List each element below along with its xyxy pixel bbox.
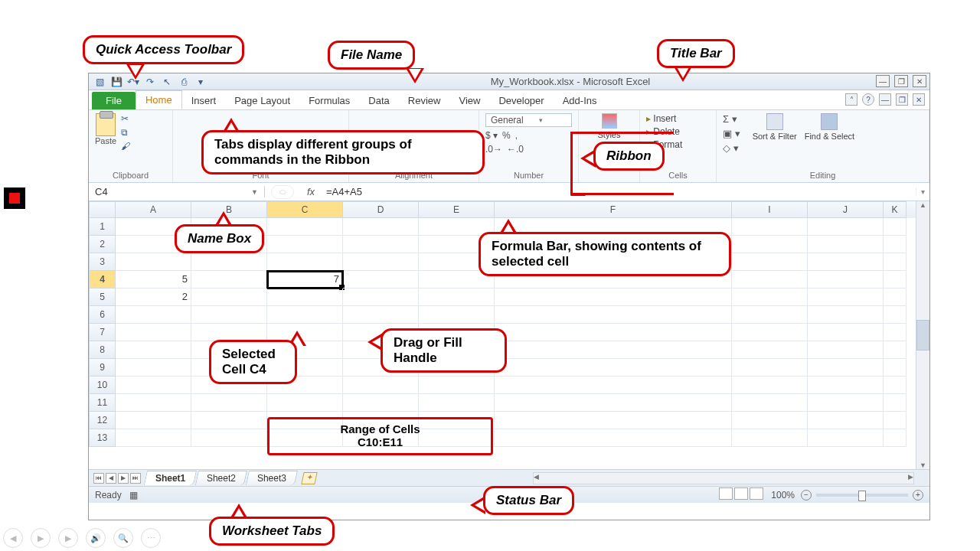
col-I[interactable]: I [732, 201, 808, 218]
more-icon[interactable]: ⋯ [141, 528, 161, 548]
decrease-decimal-icon[interactable]: ←.0 [507, 144, 524, 155]
row-5[interactable]: 5 [89, 289, 116, 306]
find-select-button[interactable]: Find & Select [805, 113, 854, 154]
row-10[interactable]: 10 [89, 377, 116, 394]
sheet-tab-3[interactable]: Sheet3 [246, 471, 298, 485]
increase-decimal-icon[interactable]: .0→ [485, 144, 502, 155]
sheet-nav-first[interactable]: ⏮ [93, 473, 104, 484]
col-D[interactable]: D [343, 201, 419, 218]
print-icon[interactable]: ⎙ [178, 76, 190, 88]
zoom-slider[interactable]: − + [801, 490, 923, 500]
col-C[interactable]: C [267, 201, 343, 218]
view-buttons[interactable] [719, 487, 765, 502]
volume-icon[interactable]: 🔊 [86, 528, 106, 548]
doc-restore-icon[interactable]: ❐ [896, 93, 908, 106]
minimize-button[interactable]: — [876, 75, 890, 87]
tab-review[interactable]: Review [399, 92, 450, 109]
col-F[interactable]: F [495, 201, 732, 218]
row-4[interactable]: 4 [89, 271, 116, 289]
callout-fill: Drag or Fill Handle [381, 328, 507, 373]
new-sheet-icon[interactable]: ✦ [302, 472, 318, 484]
name-box[interactable]: C4 ▼ [89, 186, 265, 197]
window-title: My_Workbook.xlsx - Microsoft Excel [211, 76, 929, 87]
sheet-tab-1[interactable]: Sheet1 [144, 471, 197, 485]
tab-developer[interactable]: Developer [489, 92, 553, 109]
tab-home[interactable]: Home [136, 90, 182, 109]
macro-icon[interactable]: ▦ [129, 490, 138, 500]
cut-icon[interactable]: ✂ [121, 113, 130, 124]
vertical-scrollbar[interactable]: ▲▼ [916, 201, 929, 469]
row-12[interactable]: 12 [89, 412, 116, 429]
tab-file[interactable]: File [92, 92, 136, 109]
help-icon[interactable]: ? [862, 93, 874, 106]
doc-close-icon[interactable]: ✕ [913, 93, 925, 106]
callout-wstabs: Worksheet Tabs [209, 517, 335, 546]
sheet-nav-prev[interactable]: ◀ [106, 473, 116, 484]
close-button[interactable]: ✕ [913, 75, 926, 87]
select-all-corner[interactable] [89, 201, 116, 218]
maximize-button[interactable]: ❐ [894, 75, 908, 87]
col-K[interactable]: K [884, 201, 906, 218]
number-format-select[interactable]: General▾ [485, 113, 572, 127]
comma-icon[interactable]: , [515, 130, 518, 141]
row-6[interactable]: 6 [89, 306, 116, 324]
tab-insert[interactable]: Insert [182, 92, 226, 109]
sort-filter-button[interactable]: Sort & Filter [753, 113, 797, 154]
copy-icon[interactable]: ⧉ [121, 127, 130, 138]
play-icon[interactable]: ▶ [31, 528, 51, 548]
paste-button[interactable]: Paste [95, 113, 116, 152]
tab-pagelayout[interactable]: Page Layout [225, 92, 299, 109]
format-painter-icon[interactable]: 🖌 [121, 141, 130, 152]
cancel-enter-icons[interactable]: ⬭ [271, 185, 294, 199]
col-E[interactable]: E [419, 201, 495, 218]
zoom-out-icon[interactable]: − [801, 490, 812, 500]
tab-addins[interactable]: Add-Ins [554, 92, 606, 109]
col-A[interactable]: A [116, 201, 191, 218]
tab-data[interactable]: Data [359, 92, 398, 109]
title-bar: ▧ 💾 ↶▾ ↷ ↖ ⎙ ▾ My_Workbook.xlsx - Micros… [89, 73, 929, 90]
callout-selected: Selected Cell C4 [209, 340, 297, 384]
row-13[interactable]: 13 [89, 429, 116, 447]
zoom-value: 100% [771, 490, 795, 500]
number-format-value: General [491, 115, 524, 126]
tab-view[interactable]: View [449, 92, 489, 109]
formula-expand-icon[interactable]: ▾ [916, 187, 929, 196]
percent-icon[interactable]: % [502, 130, 511, 141]
insert-button[interactable]: Insert [646, 113, 710, 124]
pointer-icon[interactable]: ↖ [161, 76, 173, 88]
cell-A4[interactable]: 5 [116, 271, 191, 289]
fill-icon[interactable]: ▣ ▾ [723, 128, 740, 139]
prev-icon[interactable]: ◀ [3, 528, 23, 548]
clear-icon[interactable]: ◇ ▾ [723, 142, 740, 154]
tab-formulas[interactable]: Formulas [299, 92, 359, 109]
save-icon[interactable]: 💾 [110, 76, 122, 88]
row-3[interactable]: 3 [89, 253, 116, 271]
group-clipboard: Clipboard [95, 171, 166, 182]
cell-A5[interactable]: 2 [116, 289, 191, 306]
horizontal-scrollbar[interactable]: ◀▶ [533, 472, 914, 484]
zoom-in-icon[interactable]: + [913, 490, 923, 500]
next-icon[interactable]: ▶ [58, 528, 78, 548]
qat-more-icon[interactable]: ▾ [194, 76, 207, 88]
sheet-nav-last[interactable]: ⏭ [130, 473, 141, 484]
fx-icon[interactable]: fx [300, 186, 322, 197]
autosum-icon[interactable]: Σ ▾ [723, 113, 740, 125]
sheet-tab-2[interactable]: Sheet2 [195, 471, 247, 485]
row-7[interactable]: 7 [89, 324, 116, 341]
redo-icon[interactable]: ↷ [144, 76, 156, 88]
sheet-nav-next[interactable]: ▶ [118, 473, 129, 484]
row-8[interactable]: 8 [89, 341, 116, 359]
chevron-down-icon[interactable]: ▼ [251, 188, 258, 196]
doc-minimize-icon[interactable]: — [879, 93, 891, 106]
row-11[interactable]: 11 [89, 394, 116, 412]
row-1[interactable]: 1 [89, 218, 116, 236]
col-J[interactable]: J [808, 201, 884, 218]
group-editing: Editing [723, 171, 923, 182]
callout-titlebar: Title Bar [657, 39, 735, 68]
search-icon[interactable]: 🔍 [113, 528, 133, 548]
cell-C4[interactable]: 7 [267, 271, 343, 289]
row-9[interactable]: 9 [89, 359, 116, 377]
ribbon-collapse-icon[interactable]: ˄ [845, 93, 858, 106]
row-2[interactable]: 2 [89, 236, 116, 253]
currency-icon[interactable]: $ ▾ [485, 130, 498, 141]
